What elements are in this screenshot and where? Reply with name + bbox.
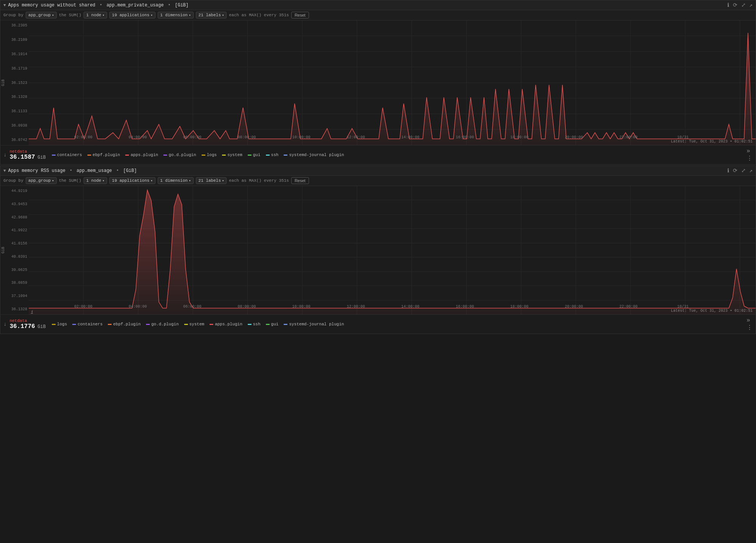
y-tick: 40.0391	[2, 255, 27, 259]
panel-title-1: Apps memory usage without shared • app.m…	[8, 3, 725, 8]
legend-items-1: containers ebpf.plugin apps.plugin go.d.…	[52, 153, 745, 157]
y-axis-1: GiB 36.2305 36.2109 36.1914 36.1719 36.1…	[0, 20, 29, 145]
panel-title-2: Apps memory RSS usage • app.mem_usage • …	[8, 168, 725, 173]
legend-item: systemd-journal plugin	[284, 322, 344, 326]
nodes-dropdown-1[interactable]: 1 node	[84, 12, 107, 19]
x-axis-1: 02:00:00 04:00:00 06:00:00 08:00:00 10:0…	[29, 134, 756, 145]
x-axis-2: 02:00:00 04:00:00 06:00:00 08:00:00 10:0…	[29, 303, 756, 314]
legend-item: apps.plugin	[210, 322, 242, 326]
group-by-label-1: Group by	[3, 13, 23, 17]
info-icon-1[interactable]: ℹ	[727, 2, 729, 8]
legend-bar-2: ↓ netdata 36.1776 GiB logs containers eb…	[0, 314, 756, 334]
legend-expand-2[interactable]: »⋮	[747, 317, 753, 331]
legend-item: containers	[72, 322, 102, 326]
legend-down-arrow-2[interactable]: ↓	[3, 321, 6, 327]
legend-main-2: netdata 36.1776 GiB	[9, 319, 45, 330]
panel-header-2: ▼ Apps memory RSS usage • app.mem_usage …	[0, 166, 756, 176]
x-tick: 18:00:00	[510, 135, 528, 139]
legend-main-1: netdata 36.1587 GiB	[9, 149, 45, 161]
x-tick: 12:00:00	[347, 135, 365, 139]
panel-icons-2: ℹ ⟳ ⤢ ↗	[727, 167, 753, 174]
chart-content-1[interactable]: 02:00:00 04:00:00 06:00:00 08:00:00 10:0…	[29, 20, 756, 145]
reset-button-1[interactable]: Reset	[291, 12, 309, 19]
y-tick: 37.1094	[2, 294, 27, 298]
y-axis-label-2: GiB	[1, 247, 5, 254]
sync-icon-1[interactable]: ⟳	[733, 2, 737, 8]
chart-panel-1: ▼ Apps memory usage without shared • app…	[0, 0, 756, 165]
apps-dropdown-2[interactable]: 19 applications	[109, 177, 155, 184]
share-icon-1[interactable]: ↗	[750, 2, 753, 8]
y-tick: 36.1328	[2, 95, 27, 99]
legend-item: ebpf.plugin	[108, 322, 141, 326]
panel-icons-1: ℹ ⟳ ⤢ ↗	[727, 2, 753, 8]
x-tick: 10:00:00	[292, 135, 310, 139]
x-tick: 16:00:00	[456, 305, 474, 309]
app-group-dropdown-2[interactable]: app_group	[26, 177, 57, 184]
x-tick: 10/31	[677, 305, 689, 309]
collapse-icon-1[interactable]: ▼	[3, 3, 6, 8]
timestamp-label-2: Latest: Tue, Oct 31, 2023 • 01:02:51	[671, 309, 753, 313]
legend-item: ebpf.plugin	[87, 153, 120, 157]
x-tick: 22:00:00	[619, 305, 638, 309]
sync-icon-2[interactable]: ⟳	[733, 167, 737, 174]
chart-content-2[interactable]: i 02:00:00 04:00:00 06:00:00 08:00:00 10…	[29, 186, 756, 314]
info-icon-2[interactable]: ℹ	[727, 167, 729, 174]
x-tick: 04:00:00	[129, 135, 147, 139]
the-sum-label-2: the SUM()	[59, 178, 81, 183]
x-tick: 18:00:00	[510, 305, 528, 309]
x-tick: 20:00:00	[565, 305, 583, 309]
legend-item: ssh	[266, 153, 279, 157]
share-icon-2[interactable]: ↗	[750, 167, 753, 174]
labels-dropdown-2[interactable]: 21 labels	[196, 177, 227, 184]
x-tick: 12:00:00	[347, 305, 365, 309]
y-axis-2: GiB 44.9219 43.9453 42.9688 41.9922 41.0…	[0, 186, 29, 314]
y-tick: 41.0156	[2, 241, 27, 246]
x-tick: 08:00:00	[238, 305, 256, 309]
x-tick: 02:00:00	[74, 135, 92, 139]
y-tick: 36.0742	[2, 138, 27, 142]
expand-icon-1[interactable]: ⤢	[741, 2, 746, 8]
y-axis-label-1: GiB	[1, 79, 5, 86]
y-tick: 36.1914	[2, 52, 27, 56]
legend-item: go.d.plugin	[146, 322, 179, 326]
y-tick: 42.9688	[2, 215, 27, 220]
labels-dropdown-1[interactable]: 21 labels	[196, 12, 227, 19]
x-tick: 16:00:00	[456, 135, 474, 139]
group-by-label-2: Group by	[3, 178, 23, 183]
y-tick: 36.1523	[2, 81, 27, 85]
dimension-dropdown-2[interactable]: 1 dimension	[158, 177, 194, 184]
legend-item: systemd-journal plugin	[284, 153, 344, 157]
legend-down-arrow-1[interactable]: ↓	[3, 152, 6, 158]
controls-bar-2: Group by app_group the SUM() 1 node 19 a…	[0, 176, 756, 186]
y-tick: 39.0625	[2, 268, 27, 272]
y-tick: 36.0938	[2, 124, 27, 128]
x-tick: 22:00:00	[619, 135, 638, 139]
y-tick: 43.9453	[2, 202, 27, 206]
legend-item: gui	[248, 153, 261, 157]
x-tick: 10/31	[677, 135, 689, 139]
x-tick: 14:00:00	[401, 135, 419, 139]
timestamp-label-1: Latest: Tue, Oct 31, 2023 • 01:02:51	[671, 139, 753, 144]
legend-value-2: 36.1776 GiB	[9, 323, 45, 330]
y-tick: 38.0859	[2, 281, 27, 285]
chart-svg-2: i	[29, 186, 756, 314]
legend-item: gui	[266, 322, 279, 326]
y-tick: 36.2109	[2, 38, 27, 42]
apps-dropdown-1[interactable]: 19 applications	[109, 12, 155, 19]
legend-item: system	[222, 153, 242, 157]
collapse-icon-2[interactable]: ▼	[3, 169, 6, 173]
expand-icon-2[interactable]: ⤢	[741, 167, 746, 174]
x-tick: 20:00:00	[565, 135, 583, 139]
legend-item: system	[184, 322, 205, 326]
legend-item: logs	[202, 153, 217, 157]
x-tick: 14:00:00	[401, 305, 419, 309]
reset-button-2[interactable]: Reset	[291, 177, 309, 184]
dimension-dropdown-1[interactable]: 1 dimension	[158, 12, 194, 19]
y-tick: 41.9922	[2, 228, 27, 232]
legend-name-1: netdata	[9, 149, 45, 154]
controls-bar-1: Group by app_group the SUM() 1 node 19 a…	[0, 10, 756, 20]
legend-expand-1[interactable]: »⋮	[747, 148, 753, 162]
app-group-dropdown-1[interactable]: app_group	[26, 12, 57, 19]
chart-panel-2: ▼ Apps memory RSS usage • app.mem_usage …	[0, 166, 756, 334]
nodes-dropdown-2[interactable]: 1 node	[84, 177, 107, 184]
